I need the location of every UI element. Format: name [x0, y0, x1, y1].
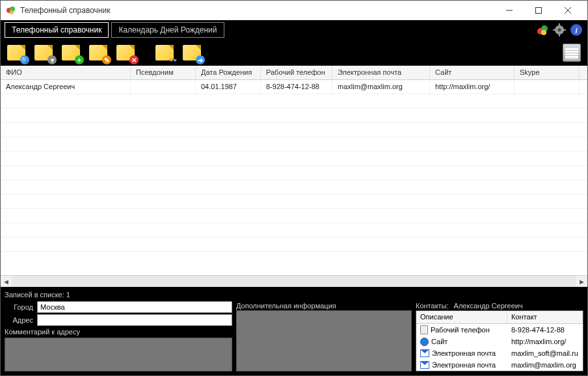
contacts-prefix: Контакты: — [416, 302, 449, 310]
svg-point-2 — [10, 10, 14, 14]
close-button[interactable] — [553, 1, 582, 20]
balls-icon[interactable] — [535, 23, 550, 37]
svg-rect-4 — [535, 7, 541, 13]
search-note-button[interactable]: 🔍 — [5, 42, 28, 63]
delete-note-button[interactable]: ✕ — [114, 42, 137, 63]
add-note-button[interactable]: + — [59, 42, 83, 63]
cell-fio: Александр Сергееич — [1, 80, 131, 94]
ct-col-contact[interactable]: Контакт — [507, 311, 583, 323]
col-pseudo[interactable]: Псевдоним — [131, 66, 196, 79]
cell-wphone: 8-928-474-12-88 — [261, 80, 332, 94]
table-row[interactable]: Александр Сергееич 04.01.1987 8-928-474-… — [1, 80, 587, 94]
address-panel: Город Адрес Комментарий к адресу — [5, 301, 232, 371]
scroll-track[interactable] — [12, 276, 576, 287]
tabs-bar: Телефонный справочник Календарь Дней Рож… — [1, 20, 587, 40]
window-controls — [494, 1, 582, 20]
contacts-name: Александр Сергееич — [454, 302, 523, 310]
calendar-button[interactable] — [560, 42, 583, 63]
col-email[interactable]: Электронная почта — [332, 66, 430, 79]
col-fio[interactable]: ФИО — [1, 66, 131, 79]
col-skype[interactable]: Skype — [514, 66, 580, 79]
svg-rect-12 — [559, 23, 560, 26]
address-comment-box[interactable] — [5, 338, 232, 371]
cell-dob: 04.01.1987 — [196, 80, 261, 94]
extra-info-panel: Дополнительная информация — [236, 301, 412, 371]
find-note-button[interactable]: 👓 — [153, 42, 176, 63]
cell-email: maxlim@maxlim.org — [332, 80, 430, 94]
address-comment-label: Комментарий к адресу — [5, 327, 232, 336]
scroll-right-icon[interactable]: ► — [576, 276, 587, 287]
contacts-panel: Контакты: Александр Сергееич Описание Ко… — [416, 301, 583, 371]
maximize-button[interactable] — [524, 1, 553, 20]
phone-icon — [420, 325, 428, 334]
records-count: Записей в списке: 1 — [5, 289, 583, 300]
cell-skype — [514, 80, 580, 94]
svg-rect-15 — [563, 29, 566, 31]
tab-directory[interactable]: Телефонный справочник — [5, 22, 109, 38]
svg-rect-13 — [559, 34, 560, 36]
address-input[interactable] — [37, 314, 232, 326]
svg-point-11 — [558, 29, 561, 32]
filter-note-button[interactable]: ▾ — [32, 42, 55, 63]
ct-col-desc[interactable]: Описание — [416, 311, 507, 323]
horizontal-scrollbar[interactable]: ◄ ► — [1, 275, 587, 287]
col-wphone[interactable]: Рабочий телефон — [261, 66, 332, 79]
svg-rect-14 — [553, 29, 555, 31]
contact-row[interactable]: Электронная почта maxlim_soft@mail.ru — [416, 347, 583, 359]
gear-icon[interactable] — [552, 23, 567, 37]
titlebar: Телефонный справочник — [1, 1, 587, 20]
svg-point-9 — [541, 30, 546, 35]
bottom-panel: Записей в списке: 1 Город Адрес Коммента… — [1, 287, 587, 375]
grid-header: ФИО Псевдоним Дата Рождения Рабочий теле… — [1, 66, 587, 80]
extra-info-label: Дополнительная информация — [236, 301, 412, 310]
contact-row[interactable]: Рабочий телефон 8-928-474-12-88 — [416, 324, 583, 336]
mail-icon — [420, 349, 429, 357]
toolbar: 🔍 ▾ + ✎ ✕ 👓 ➜ — [1, 40, 587, 66]
cell-site: http://maxlim.org/ — [430, 80, 514, 94]
data-grid: ФИО Псевдоним Дата Рождения Рабочий теле… — [1, 66, 587, 287]
city-label: Город — [5, 303, 33, 311]
window-title: Телефонный справочник — [20, 6, 494, 15]
grid-body[interactable]: Александр Сергееич 04.01.1987 8-928-474-… — [1, 80, 587, 275]
extra-info-box[interactable] — [236, 310, 412, 371]
contact-row[interactable]: Электронная почта maxlim@maxlim.org — [416, 359, 583, 371]
contact-row[interactable]: Сайт http://maxlim.org/ — [416, 336, 583, 347]
col-dob[interactable]: Дата Рождения — [196, 66, 261, 79]
tab-calendar[interactable]: Календарь Дней Рождений — [111, 22, 224, 38]
city-input[interactable] — [37, 301, 232, 313]
col-site[interactable]: Сайт — [430, 66, 514, 79]
app-icon — [6, 5, 16, 16]
export-note-button[interactable]: ➜ — [180, 42, 204, 63]
contacts-table: Описание Контакт Рабочий телефон 8-928-4… — [416, 310, 583, 371]
minimize-button[interactable] — [494, 1, 524, 20]
globe-icon — [420, 338, 429, 346]
app-window: Телефонный справочник Телефонный справоч… — [0, 0, 588, 376]
scroll-left-icon[interactable]: ◄ — [1, 276, 12, 287]
info-icon[interactable]: i — [569, 23, 583, 37]
mail-icon — [420, 361, 429, 369]
address-label: Адрес — [5, 316, 33, 324]
cell-pseudo — [131, 80, 196, 94]
edit-note-button[interactable]: ✎ — [87, 42, 110, 63]
